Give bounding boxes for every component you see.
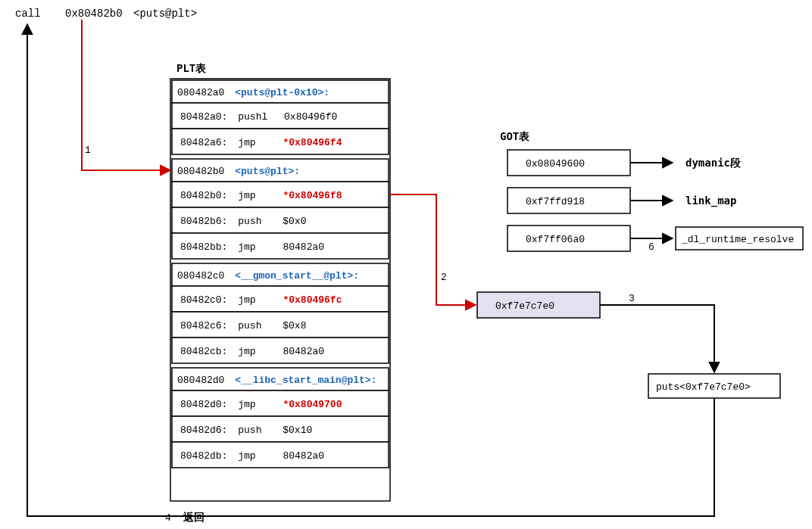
svg-text:80482a6:
      jmp
      *0x80: 80482a6: jmp *0x80496f4 xyxy=(180,137,342,148)
svg-text:link_map: link_map xyxy=(686,194,736,207)
svg-text:80482b0:
      jmp
      *0x80: 80482b0: jmp *0x80496f8 xyxy=(180,190,342,201)
edge-4-num: 4 xyxy=(165,512,171,524)
diagram-canvas: call 0x80482b0 <puts@plt> PLT表 080482a0 … xyxy=(0,0,812,529)
plt-title: PLT表 xyxy=(176,62,207,74)
svg-text:80482c6:
      push
      $0x8: 80482c6: push $0x8 xyxy=(180,320,306,331)
svg-text:80482d6:
      push
      $0x1: 80482d6: push $0x10 xyxy=(180,425,312,436)
got-title: GOT表 xyxy=(500,130,530,142)
edge6-label: 6 xyxy=(648,241,654,253)
call-target-label: <puts@plt> xyxy=(133,8,197,20)
call-target-addr: 0x80482b0 xyxy=(65,8,123,20)
svg-text:080482b0
      <puts@plt>:: 080482b0 <puts@plt>: xyxy=(177,166,300,177)
svg-text:80482cb:
      jmp
      80482: 80482cb: jmp 80482a0 xyxy=(180,346,324,357)
svg-text:80482c0:
      jmp
      *0x80: 80482c0: jmp *0x80496fc xyxy=(180,294,342,306)
edge-3-label: 3 xyxy=(629,293,635,304)
svg-text:0xf7ffd918: 0xf7ffd918 xyxy=(526,196,585,207)
plt1-addr: 080482b0 xyxy=(177,166,224,177)
svg-text:_dl_runtime_resolve: _dl_runtime_resolve xyxy=(681,234,794,245)
svg-text:80482d0:
      jmp
      *0x80: 80482d0: jmp *0x8049700 xyxy=(180,399,342,410)
svg-text:80482bb:
      jmp
      80482: 80482bb: jmp 80482a0 xyxy=(180,241,324,253)
svg-text:80482b6:
      push
      $0x0: 80482b6: push $0x0 xyxy=(180,216,306,227)
call-line: call 0x80482b0 <puts@plt> xyxy=(15,8,197,20)
edge-3 xyxy=(600,305,714,372)
svg-text:080482a0
      <puts@plt-0x10>: 080482a0 <puts@plt-0x10>: xyxy=(177,87,329,98)
svg-text:80482a0:
      pushl
      0x8: 80482a0: pushl 0x80496f0 xyxy=(180,111,337,123)
svg-text:080482c0
      <__gmon_start__: 080482c0 <__gmon_start__@plt>: xyxy=(177,270,359,282)
svg-text:0xf7ff06a0: 0xf7ff06a0 xyxy=(526,234,585,245)
edge-1-label: 1 xyxy=(85,145,91,156)
got-table: 0x08049600 dymanic段 0xf7ffd918 link_map … xyxy=(508,150,803,253)
plt0-label: <puts@plt-0x10>: xyxy=(235,87,329,98)
svg-text:dymanic段: dymanic段 xyxy=(686,157,742,169)
call-mnemonic: call xyxy=(15,8,41,20)
edge-1 xyxy=(82,20,170,170)
edge-2 xyxy=(390,194,476,305)
plt1-label: <puts@plt>: xyxy=(235,166,300,177)
resolved-label: puts<0xf7e7c7e0> xyxy=(656,381,751,393)
plt0-addr: 080482a0 xyxy=(177,87,224,98)
svg-text:080482d0
      <__libc_start_m: 080482d0 <__libc_start_main@plt>: xyxy=(177,375,376,386)
got-target-value: 0xf7e7c7e0 xyxy=(495,300,554,312)
edge-4-text: 返回 xyxy=(183,511,205,523)
svg-text:0x08049600: 0x08049600 xyxy=(526,158,585,170)
edge-2-label: 2 xyxy=(441,272,447,283)
plt-table: 080482a0 <puts@plt-0x10>: 80482a0: pushl… xyxy=(170,79,390,501)
svg-text:80482db:
      jmp
      80482: 80482db: jmp 80482a0 xyxy=(180,450,324,462)
